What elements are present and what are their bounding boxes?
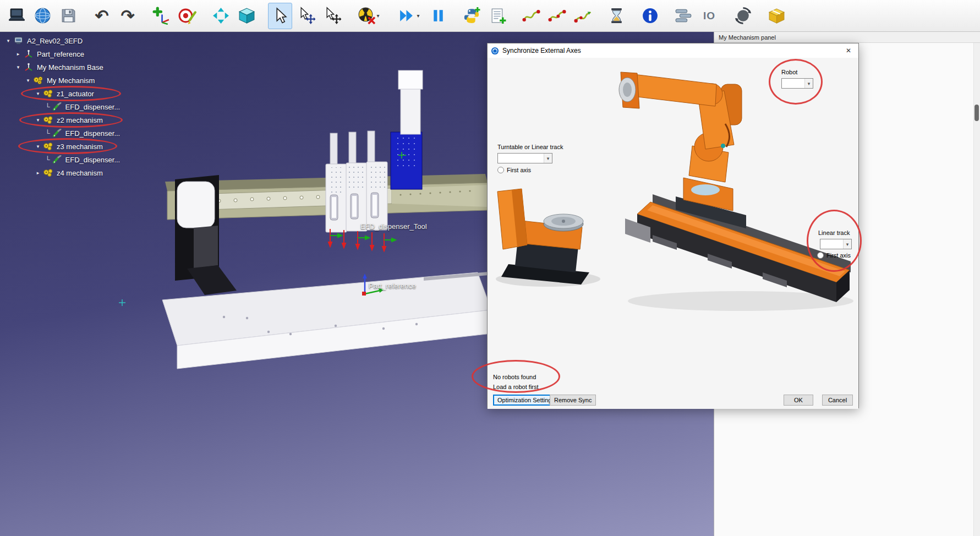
add-frame-icon — [152, 7, 171, 25]
cancel-button[interactable]: Cancel — [822, 395, 853, 406]
package-button[interactable] — [764, 3, 789, 29]
check-collisions-button[interactable]: ▾ — [353, 3, 384, 29]
select-cursor-button[interactable] — [268, 3, 292, 29]
wait-instruction-button[interactable] — [604, 3, 628, 29]
refresh-icon — [734, 7, 752, 25]
move-tool-button[interactable] — [320, 3, 344, 29]
chevron-down-icon: ▾ — [544, 154, 552, 163]
status-load-robot: Load a robot first — [493, 384, 539, 390]
tree-connector: └ — [45, 129, 50, 137]
machining-project-button[interactable] — [571, 3, 595, 29]
tree-item-my-mechanism[interactable]: ▾ My Mechanism — [2, 74, 120, 87]
tree-item-z2-mechanism[interactable]: ▾ z2 mechanism — [2, 113, 120, 127]
tree-item-z1-actuator[interactable]: ▾ z1_actuator — [2, 87, 120, 100]
tree-item-z4-mechanism[interactable]: ▸ z4 mechanism — [2, 166, 120, 179]
synchronize-external-axes-dialog: Synchronize External Axes ✕ — [487, 43, 859, 408]
frame-icon — [23, 50, 34, 58]
hourglass-icon — [607, 7, 626, 25]
tree-item-z3-mechanism[interactable]: ▾ z3 mechanism — [2, 140, 120, 153]
radio-circle-icon[interactable] — [817, 252, 824, 259]
expander-down-icon[interactable]: ▾ — [34, 91, 42, 96]
dropdown-caret-icon[interactable]: ▾ — [417, 13, 419, 19]
expander-down-icon[interactable]: ▾ — [14, 64, 22, 70]
tree-item-mechanism-base[interactable]: ▾ My Mechanism Base — [2, 61, 120, 74]
expander-down-icon[interactable]: ▾ — [34, 117, 42, 123]
expander-down-icon[interactable]: ▾ — [34, 144, 42, 149]
robot-label: Robot — [781, 69, 797, 75]
io-instruction-button[interactable]: IO — [697, 3, 721, 29]
robot-dropdown[interactable]: ▾ — [781, 78, 813, 89]
expander-down-icon[interactable]: ▾ — [4, 38, 12, 43]
fast-simulation-button[interactable]: ▾ — [393, 3, 424, 29]
panel-scrollbar[interactable] — [973, 43, 980, 536]
tree-item-efd-dispenser-1[interactable]: └ EFD_dispenser... — [2, 100, 120, 113]
radio-circle-icon[interactable] — [497, 167, 504, 173]
chevron-down-icon: ▾ — [843, 239, 851, 249]
ok-button[interactable]: OK — [784, 395, 813, 406]
mechanism-gears-icon — [43, 168, 54, 177]
save-station-button[interactable] — [56, 3, 80, 29]
dialog-title-bar[interactable]: Synchronize External Axes ✕ — [488, 43, 858, 58]
first-axis-left-radio[interactable]: First axis — [497, 167, 531, 173]
point-path-icon — [548, 7, 566, 25]
tree-item-label: z2 mechanism — [57, 116, 103, 124]
expander-right-icon[interactable]: ▸ — [14, 51, 22, 57]
mechanism-gears-icon — [33, 76, 44, 85]
tree-item-label: z1_actuator — [57, 90, 94, 98]
package-box-icon — [768, 7, 786, 25]
tree-item-station[interactable]: ▾ A2_Rev02_3EFD — [2, 34, 120, 47]
open-online-library-button[interactable] — [30, 3, 54, 29]
tree-item-label: EFD_dispenser... — [65, 156, 121, 164]
tool-icon — [52, 129, 63, 138]
turntable-label: Turntable or Linear track — [497, 144, 563, 150]
python-icon — [463, 7, 481, 25]
redo-button[interactable]: ↷ — [116, 3, 140, 29]
move-reference-button[interactable] — [294, 3, 318, 29]
pause-simulation-button[interactable] — [426, 3, 450, 29]
show-information-button[interactable] — [638, 3, 662, 29]
add-target-button[interactable] — [175, 3, 199, 29]
tree-item-efd-dispenser-3[interactable]: └ EFD_dispenser... — [2, 153, 120, 166]
tree-item-label: My Mechanism Base — [37, 63, 103, 72]
add-reference-frame-button[interactable] — [149, 3, 173, 29]
undo-button[interactable]: ↶ — [90, 3, 114, 29]
move-reference-cursor-icon — [297, 7, 315, 25]
move-tool-cursor-icon — [323, 7, 341, 25]
tree-connector: └ — [45, 156, 50, 163]
tool-icon — [52, 155, 63, 164]
fit-to-screen-button[interactable] — [209, 3, 233, 29]
dialog-app-icon — [491, 47, 499, 55]
tree-item-part-reference[interactable]: ▸ Part_reference — [2, 47, 120, 61]
new-station-button[interactable] — [4, 3, 29, 29]
turntable-dropdown[interactable]: ▾ — [497, 153, 552, 163]
io-icon: IO — [703, 10, 715, 22]
redo-icon: ↷ — [121, 8, 134, 24]
tree-item-label: My Mechanism — [47, 76, 95, 85]
isometric-view-button[interactable] — [234, 3, 259, 29]
remove-sync-button[interactable]: Remove Sync — [550, 395, 596, 406]
first-axis-right-radio[interactable]: First axis — [817, 252, 851, 259]
app-root: ↶ ↷ ▾ ▾ IO — [0, 0, 980, 536]
mechanism-panel-tab[interactable]: My Mechanism panel — [714, 32, 980, 43]
point-follow-button[interactable] — [545, 3, 569, 29]
expander-down-icon[interactable]: ▾ — [24, 78, 32, 83]
mechanism-gears-icon — [43, 89, 54, 98]
linear-track-dropdown[interactable]: ▾ — [820, 239, 852, 249]
dialog-body: Robot ▾ Turntable or Linear track ▾ Firs… — [488, 58, 858, 409]
panel-scrollbar-thumb[interactable] — [974, 105, 979, 121]
program-events-button[interactable] — [671, 3, 696, 29]
tree-item-efd-dispenser-2[interactable]: └ EFD_dispenser... — [2, 127, 120, 140]
globe-icon — [34, 7, 52, 25]
add-program-button[interactable] — [485, 3, 510, 29]
close-icon[interactable]: ✕ — [839, 43, 858, 58]
dropdown-caret-icon[interactable]: ▾ — [376, 13, 379, 19]
expander-right-icon[interactable]: ▸ — [34, 170, 42, 176]
update-program-button[interactable] — [731, 3, 755, 29]
save-icon — [59, 7, 78, 25]
curve-follow-button[interactable] — [519, 3, 543, 29]
tree-item-label: Part_reference — [37, 50, 84, 58]
program-notepad-icon — [489, 7, 507, 25]
add-python-program-button[interactable] — [459, 3, 484, 29]
tree-item-label: z3 mechanism — [57, 143, 103, 151]
optimization-settings-button[interactable]: Optimization Settings — [493, 395, 559, 406]
